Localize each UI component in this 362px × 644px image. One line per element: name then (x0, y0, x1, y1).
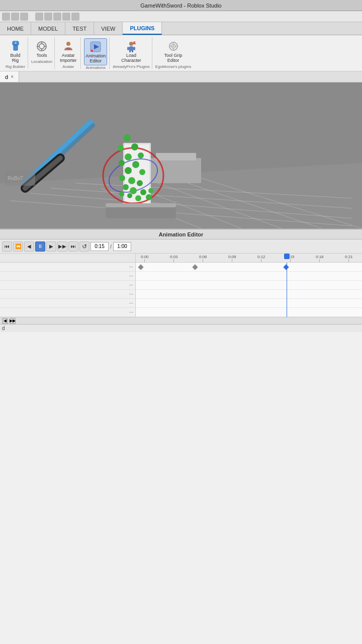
rig-builder-sublabel: Rig Builder (6, 64, 25, 69)
svg-point-52 (119, 160, 125, 166)
avatar-importer-label: AvatarImporter (60, 53, 77, 63)
plugin-group-rig-builder: BuildRig Rig Builder (3, 37, 28, 69)
svg-point-55 (125, 167, 132, 174)
svg-point-9 (66, 42, 70, 46)
ruler-mark-0: 0:00 (141, 255, 149, 262)
svg-point-56 (119, 175, 125, 181)
svg-point-60 (130, 187, 137, 194)
avatar-sublabel: Avatar (62, 64, 74, 69)
pause-button[interactable]: ⏸ (35, 242, 45, 252)
title-bar: GameWithSword - Roblox Studio (0, 0, 362, 11)
tools-button[interactable]: Tools (31, 38, 52, 59)
build-rig-button[interactable]: BuildRig (5, 38, 26, 64)
bottom-status-bar: d (0, 324, 362, 332)
goto-start-button[interactable]: ⏮ (2, 242, 12, 252)
avatar-importer-icon (61, 39, 75, 53)
tool-grip-icon (166, 39, 180, 53)
ruler-mark-3: 0:09 (228, 255, 236, 262)
total-time-input[interactable] (113, 242, 131, 251)
timeline-rows (136, 263, 362, 317)
toolbar-row (0, 11, 362, 22)
ruler-tick-5 (290, 259, 291, 262)
avatar-importer-button[interactable]: AvatarImporter (58, 38, 78, 64)
track-label-2: ··· (0, 281, 135, 290)
animation-editor-button[interactable]: AnimationEditor (84, 38, 107, 65)
playhead-top (284, 254, 290, 259)
svg-point-63 (135, 195, 141, 201)
load-character-button[interactable]: LoadCharacter (113, 38, 150, 64)
ruler-mark-7: 0:21 (345, 255, 353, 262)
ruler-tick-4 (261, 259, 261, 262)
plugin-group-tools: Tools Localization (29, 37, 55, 69)
tools-icon (35, 39, 49, 53)
play-button[interactable]: ▶ (46, 242, 56, 252)
svg-point-61 (140, 189, 146, 195)
svg-rect-17 (133, 47, 135, 50)
svg-point-4 (39, 44, 44, 49)
svg-point-64 (127, 193, 132, 198)
build-rig-icon (9, 39, 23, 53)
tools-label: Tools (37, 53, 47, 58)
toolbar-icon-7 (62, 13, 70, 21)
ruler-placeholder (0, 254, 135, 263)
ruler-tick-6 (319, 259, 320, 262)
toolbar-icon-5 (44, 13, 52, 21)
ruler-tick-7 (348, 259, 349, 262)
load-character-label: LoadCharacter (121, 53, 141, 63)
svg-point-47 (124, 134, 131, 141)
toolbar-spacer (29, 13, 34, 21)
svg-rect-42 (156, 153, 196, 160)
doc-tab-close[interactable]: × (11, 74, 14, 79)
doc-tab-row: d × (0, 71, 362, 83)
scroll-left-button[interactable]: ◀ (2, 318, 8, 324)
toolbar-icon-4 (35, 13, 43, 21)
toolbar-icon-8 (71, 13, 79, 21)
next-frame-button[interactable]: ▶▶ (57, 242, 67, 252)
time-separator: / (110, 244, 112, 250)
build-rig-label: BuildRig (10, 53, 20, 63)
scrollbar-row: ◀ ▶▶ (0, 317, 362, 324)
svg-rect-18 (129, 50, 131, 52)
timeline-canvas[interactable]: 0:00 0:03 0:06 0:09 0:12 (136, 254, 362, 317)
nav-tab-model[interactable]: MODEL (31, 22, 65, 35)
timeline-ruler: 0:00 0:03 0:06 0:09 0:12 (136, 254, 362, 263)
plugin-toolbar: BuildRig Rig Builder Tools Localization (0, 35, 362, 71)
timeline-row-5 (136, 308, 362, 317)
ruler-mark-6: 0:18 (316, 255, 324, 262)
tools-sublabel: Localization (31, 59, 52, 64)
prev-frame-button[interactable]: ◀ (24, 242, 34, 252)
doc-tab[interactable]: d × (0, 71, 19, 82)
scene-svg: RoBoT (0, 83, 362, 228)
load-char-sublabel: AlreadyPro's Plugins (113, 64, 150, 69)
timeline-row-0 (136, 263, 362, 272)
viewport[interactable]: RoBoT (0, 83, 362, 228)
animation-editor-panel: Animation Editor ⏮ ⏪ ◀ ⏸ ▶ ▶▶ ⏭ ↺ / ··· … (0, 228, 362, 324)
svg-point-48 (118, 145, 124, 151)
nav-tab-view[interactable]: VIEW (94, 22, 123, 35)
timeline-row-1 (136, 272, 362, 281)
ruler-mark-2: 0:06 (199, 255, 207, 262)
goto-end-button[interactable]: ⏭ (68, 242, 78, 252)
timeline-row-3 (136, 290, 362, 299)
loop-button[interactable]: ↺ (79, 242, 89, 252)
toolbar-icon-3 (20, 13, 28, 21)
current-time-input[interactable] (90, 242, 109, 251)
toolbar-icon-6 (53, 13, 61, 21)
svg-point-50 (138, 152, 144, 158)
status-text: d (2, 326, 5, 331)
step-back-button[interactable]: ⏪ (13, 242, 23, 252)
plugin-group-load-char: LoadCharacter AlreadyPro's Plugins (111, 37, 152, 69)
animation-controls-row: ⏮ ⏪ ◀ ⏸ ▶ ▶▶ ⏭ ↺ / (0, 239, 362, 254)
nav-tab-plugins[interactable]: PLUGINS (123, 22, 162, 35)
plugin-group-avatar: AvatarImporter Avatar (56, 37, 81, 69)
svg-rect-10 (66, 48, 70, 49)
nav-tab-home[interactable]: HOME (0, 22, 31, 35)
animation-editor-icon (88, 40, 103, 54)
nav-tab-test[interactable]: TEST (65, 22, 94, 35)
svg-rect-19 (132, 50, 133, 52)
track-label-1: ··· (0, 272, 135, 281)
scroll-right-button[interactable]: ▶▶ (10, 318, 16, 324)
svg-rect-15 (129, 46, 133, 51)
tool-grip-editor-button[interactable]: Tool GripEditor (155, 38, 191, 64)
timeline-row-2 (136, 281, 362, 290)
